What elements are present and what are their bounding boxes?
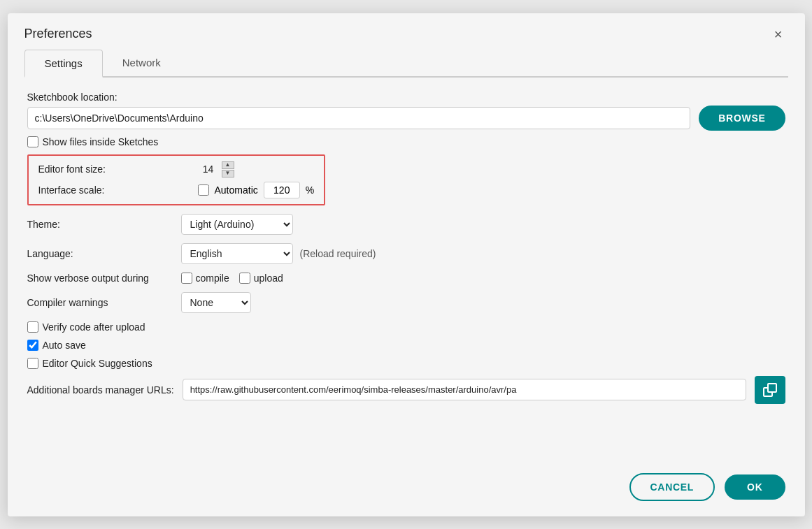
theme-row: Theme: Light (Arduino) Dark (Arduino) Sy… bbox=[27, 214, 785, 235]
compile-checkbox[interactable] bbox=[181, 273, 192, 284]
verify-code-row: Verify code after upload bbox=[27, 321, 785, 333]
dialog-header: Preferences × bbox=[8, 13, 805, 44]
language-label: Language: bbox=[27, 248, 181, 259]
quick-suggestions-row: Editor Quick Suggestions bbox=[27, 358, 785, 369]
close-button[interactable]: × bbox=[769, 24, 788, 44]
boards-url-button[interactable] bbox=[755, 376, 785, 404]
tab-settings[interactable]: Settings bbox=[24, 50, 103, 78]
sketchbook-row: BROWSE bbox=[27, 106, 785, 131]
boards-url-input[interactable] bbox=[183, 379, 746, 400]
compiler-warnings-row: Compiler warnings None Default More All bbox=[27, 292, 785, 313]
cancel-button[interactable]: CANCEL bbox=[629, 473, 715, 501]
font-size-arrows: ▲ ▼ bbox=[222, 161, 234, 177]
auto-save-label: Auto save bbox=[43, 340, 86, 351]
automatic-label: Automatic bbox=[215, 184, 258, 196]
language-select[interactable]: English Deutsch Español Français Italian… bbox=[181, 243, 293, 264]
upload-check-item: upload bbox=[239, 273, 283, 284]
verbose-row: Show verbose output during compile uploa… bbox=[27, 273, 785, 284]
reload-note: (Reload required) bbox=[300, 248, 376, 259]
dialog-footer: CANCEL OK bbox=[8, 461, 805, 516]
font-size-value: 14 bbox=[198, 164, 219, 175]
ok-button[interactable]: OK bbox=[725, 474, 785, 500]
verify-code-checkbox[interactable] bbox=[27, 321, 38, 333]
boards-url-row: Additional boards manager URLs: bbox=[27, 376, 785, 404]
font-size-label: Editor font size: bbox=[38, 164, 192, 175]
compile-label: compile bbox=[196, 273, 229, 284]
auto-save-checkbox[interactable] bbox=[27, 340, 38, 351]
tab-bar: Settings Network bbox=[24, 50, 788, 78]
settings-content: Sketchbook location: BROWSE Show files i… bbox=[8, 78, 805, 461]
compiler-warnings-select[interactable]: None Default More All bbox=[181, 292, 251, 313]
verbose-checks: compile upload bbox=[181, 273, 283, 284]
language-row: Language: English Deutsch Español França… bbox=[27, 243, 785, 264]
external-link-icon bbox=[762, 382, 778, 398]
automatic-checkbox[interactable] bbox=[198, 184, 209, 196]
compile-check-item: compile bbox=[181, 273, 229, 284]
theme-label: Theme: bbox=[27, 219, 181, 230]
show-files-row: Show files inside Sketches bbox=[27, 136, 785, 147]
interface-scale-label: Interface scale: bbox=[38, 184, 192, 196]
compiler-warnings-label: Compiler warnings bbox=[27, 297, 181, 308]
font-size-spinner: 14 ▲ ▼ bbox=[198, 161, 234, 177]
highlight-box: Editor font size: 14 ▲ ▼ Interface scale… bbox=[27, 154, 326, 205]
sketchbook-label: Sketchbook location: bbox=[27, 92, 785, 103]
upload-checkbox[interactable] bbox=[239, 273, 250, 284]
font-size-down-arrow[interactable]: ▼ bbox=[222, 170, 234, 177]
browse-button[interactable]: BROWSE bbox=[699, 106, 785, 131]
font-size-up-arrow[interactable]: ▲ bbox=[222, 161, 234, 169]
percent-label: % bbox=[306, 184, 314, 196]
show-files-checkbox[interactable] bbox=[27, 136, 38, 147]
interface-scale-row: Interface scale: Automatic % bbox=[38, 182, 315, 198]
tab-network[interactable]: Network bbox=[103, 50, 180, 78]
scale-input[interactable] bbox=[264, 182, 300, 198]
quick-suggestions-checkbox[interactable] bbox=[27, 358, 38, 369]
show-files-label: Show files inside Sketches bbox=[43, 136, 159, 147]
svg-rect-2 bbox=[769, 384, 776, 391]
quick-suggestions-label: Editor Quick Suggestions bbox=[43, 358, 152, 369]
upload-label: upload bbox=[254, 273, 283, 284]
verbose-label: Show verbose output during bbox=[27, 273, 181, 284]
font-size-row: Editor font size: 14 ▲ ▼ bbox=[38, 161, 315, 177]
boards-url-label: Additional boards manager URLs: bbox=[27, 384, 174, 396]
theme-select[interactable]: Light (Arduino) Dark (Arduino) System De… bbox=[181, 214, 293, 235]
dialog-title: Preferences bbox=[24, 27, 92, 41]
verify-code-label: Verify code after upload bbox=[43, 321, 145, 333]
auto-save-row: Auto save bbox=[27, 340, 785, 351]
preferences-dialog: Preferences × Settings Network Sketchboo… bbox=[8, 13, 805, 516]
sketchbook-path-input[interactable] bbox=[27, 107, 691, 129]
